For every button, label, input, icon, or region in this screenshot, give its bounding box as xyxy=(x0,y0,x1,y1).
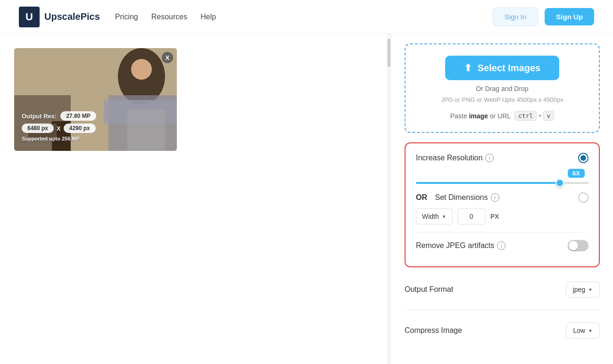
slider-thumb[interactable] xyxy=(555,179,564,187)
header: U UpscalePics Pricing Resources Help Sig… xyxy=(0,0,613,34)
chevron-down-icon: ▼ xyxy=(442,214,447,219)
compress-chevron-icon: ▼ xyxy=(588,328,593,333)
paste-row: Paste image or URL ctrl + v xyxy=(415,111,589,121)
svg-rect-6 xyxy=(127,109,165,151)
nav-help[interactable]: Help xyxy=(200,13,216,21)
x-label: X xyxy=(57,125,61,132)
signin-button[interactable]: Sign In xyxy=(493,8,538,26)
keyboard-shortcut: ctrl + v xyxy=(514,111,554,121)
dimensions-info-icon[interactable]: i xyxy=(491,193,499,202)
output-res-label: Output Res: xyxy=(22,113,57,120)
logo-text: UpscalePics xyxy=(44,11,100,22)
width-select[interactable]: Width ▼ xyxy=(416,208,453,224)
nav-pricing[interactable]: Pricing xyxy=(115,13,138,21)
logo-icon: U xyxy=(19,7,40,27)
slider-container: 6X xyxy=(416,169,588,184)
width-label: Width xyxy=(422,213,439,220)
kbd-plus: + xyxy=(538,113,541,119)
settings-divider xyxy=(416,232,588,232)
or-label: OR xyxy=(416,193,427,202)
select-images-button[interactable]: ⬆ Select Images xyxy=(445,56,559,80)
toggle-knob xyxy=(569,241,578,250)
height-px: 4290 px xyxy=(64,124,96,133)
set-dimensions-row: OR Set Dimensions i xyxy=(416,192,588,203)
compress-image-row: Compress Image Low ▼ xyxy=(405,318,600,343)
output-format-row: Output Format jpeg ▼ xyxy=(405,277,600,302)
upload-area: ⬆ Select Images Or Drag and Drop JPG or … xyxy=(405,43,600,133)
resolution-info-icon[interactable]: i xyxy=(485,154,494,162)
slider-fill xyxy=(416,182,559,184)
dimension-unit: PX xyxy=(490,213,499,220)
increase-resolution-row: Increase Resolution i xyxy=(416,153,588,163)
scroll-thumb[interactable] xyxy=(388,39,390,67)
right-panel: ⬆ Select Images Or Drag and Drop JPG or … xyxy=(391,34,613,364)
settings-box: Increase Resolution i 6X OR xyxy=(405,142,600,267)
slider-track xyxy=(416,182,588,184)
remove-jpeg-label: Remove JPEG artifacts i xyxy=(416,241,505,250)
image-card: X Output Res: 27.80 MP 6480 px X 4290 px… xyxy=(14,48,177,151)
output-format-label: Output Format xyxy=(405,285,453,294)
slider-area: 6X xyxy=(416,169,588,184)
remove-jpeg-toggle[interactable] xyxy=(568,240,588,251)
supported-text: Supported upto 256 MP xyxy=(22,136,96,141)
paste-prefix: Paste image or URL xyxy=(450,112,511,120)
logo: U UpscalePics xyxy=(19,7,100,27)
increase-resolution-radio[interactable] xyxy=(578,153,588,163)
main-content: X Output Res: 27.80 MP 6480 px X 4290 px… xyxy=(0,34,613,364)
nav-resources[interactable]: Resources xyxy=(151,13,187,21)
dimensions-row: Width ▼ 0 PX xyxy=(416,208,588,224)
format-text: JPG or PNG or WebP Upto 4500px x 4500px xyxy=(415,96,589,103)
left-panel: X Output Res: 27.80 MP 6480 px X 4290 px… xyxy=(0,34,387,364)
drag-drop-text: Or Drag and Drop xyxy=(415,85,589,92)
output-format-select[interactable]: jpeg ▼ xyxy=(566,281,600,298)
header-right: Sign In Sign Up xyxy=(493,8,594,26)
header-left: U UpscalePics Pricing Resources Help xyxy=(19,7,216,27)
main-nav: Pricing Resources Help xyxy=(115,13,216,21)
dimension-value-input[interactable]: 0 xyxy=(457,208,486,224)
kbd-v: v xyxy=(543,111,554,121)
image-info-overlay: Output Res: 27.80 MP 6480 px X 4290 px S… xyxy=(22,111,96,141)
compress-image-label: Compress Image xyxy=(405,326,462,335)
set-dimensions-radio[interactable] xyxy=(578,192,588,203)
remove-jpeg-row: Remove JPEG artifacts i xyxy=(416,240,588,251)
format-divider xyxy=(405,310,600,310)
svg-point-5 xyxy=(131,59,152,80)
compress-image-select[interactable]: Low ▼ xyxy=(566,323,600,339)
kbd-ctrl: ctrl xyxy=(514,111,537,121)
close-button[interactable]: X xyxy=(162,52,173,63)
jpeg-info-icon[interactable]: i xyxy=(497,241,505,250)
set-dimensions-label: OR Set Dimensions i xyxy=(416,193,499,202)
compress-image-value: Low xyxy=(573,327,585,334)
mp-value: 27.80 MP xyxy=(60,111,96,121)
slider-badge: 6X xyxy=(568,169,585,178)
upload-btn-label: Select Images xyxy=(478,63,540,74)
increase-resolution-label: Increase Resolution i xyxy=(416,154,494,162)
width-px: 6480 px xyxy=(22,124,54,133)
signup-button[interactable]: Sign Up xyxy=(545,8,594,25)
scrollbar-divider xyxy=(387,34,391,364)
output-format-value: jpeg xyxy=(573,286,585,293)
output-format-chevron-icon: ▼ xyxy=(588,287,593,292)
upload-icon: ⬆ xyxy=(464,62,472,74)
